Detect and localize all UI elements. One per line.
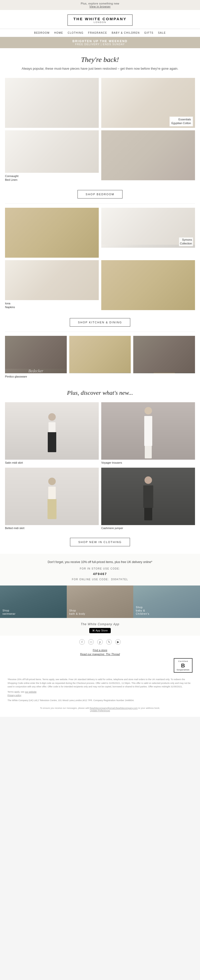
logo-title: THE WHITE COMPANY xyxy=(73,17,126,21)
bcorp-b-letter: B xyxy=(177,662,189,669)
glassware-img-col-1: Bedecker xyxy=(5,336,67,373)
app-title: The White Company App xyxy=(5,622,195,626)
magazine-link[interactable]: Read our magazine: The Thread xyxy=(5,653,195,655)
unsub-email[interactable]: thewhitecompany@email.thewhitecompany.co… xyxy=(90,707,138,710)
update-prefs-link[interactable]: Update Preferences xyxy=(90,710,110,712)
kitchen-img-2: Symons Collection xyxy=(101,208,195,248)
nav-item-clothing[interactable]: CLOTHING xyxy=(68,32,84,34)
kitchen-row-2: Iona Napkins xyxy=(5,260,195,310)
loyalty-text: Don't forget, you receive 10% off full-p… xyxy=(15,560,185,565)
clothing-img-4 xyxy=(101,468,195,525)
app-store-button[interactable]: ⌘ App Store xyxy=(89,628,111,633)
nav-item-home[interactable]: HOME xyxy=(54,32,63,34)
twitter-icon[interactable]: 𝕏 xyxy=(106,639,112,645)
bedroom-img-col-1 xyxy=(5,78,99,128)
bedroom-img-3-caption: Connaught Bed Linen xyxy=(5,174,99,182)
loyalty-section: Don't forget, you receive 10% off full-p… xyxy=(0,554,200,586)
social-row: f □ p 𝕏 ▶ xyxy=(0,636,200,646)
bcorp-certified-label: Certified xyxy=(177,660,189,662)
glassware-caption-row: Pimlico glassware xyxy=(5,375,195,379)
kitchen-image-grid: Symons Collection Iona Napkins xyxy=(0,204,200,314)
kitchen-img-3 xyxy=(5,260,99,300)
logo-box: THE WHITE COMPANY LONDON xyxy=(67,14,132,26)
glassware-caption: Pimlico glassware xyxy=(5,375,195,379)
kitchen-img-col-3: Iona Napkins xyxy=(5,260,99,309)
bedroom-img-1 xyxy=(5,78,99,128)
shop-clothing-button[interactable]: SHOP NEW IN CLOTHING xyxy=(70,538,130,546)
discover-heading: Plus, discover what's new... xyxy=(15,390,185,396)
glassware-img-col-2 xyxy=(69,336,131,373)
clothing-grid: Satin midi skirt Voyager trousers xyxy=(0,400,200,534)
loyalty-online-label: FOR ONLINE USE CODE: D9947H7EL xyxy=(15,578,185,582)
shop-kitchen-cta-wrap: SHOP KITCHEN & DINING xyxy=(0,314,200,332)
cat-promo-swimwear-sublabel: swimwear xyxy=(3,612,16,616)
bedroom-img-2-caption: Essentials Egyptian Cotton xyxy=(170,116,193,126)
shop-clothing-cta-wrap: SHOP NEW IN CLOTHING xyxy=(0,534,200,551)
facebook-icon[interactable]: f xyxy=(79,639,85,645)
kitchen-img-2-caption: Symons Collection xyxy=(179,237,193,246)
kitchen-img-col-2: Symons Collection xyxy=(101,208,195,248)
bedroom-img-col-3: Connaught Bed Linen xyxy=(5,130,99,182)
shop-bedroom-button[interactable]: SHOP BEDROOM xyxy=(77,190,123,199)
email-container: Plus, explore something new View in brow… xyxy=(0,0,200,717)
logo-subtitle: LONDON xyxy=(73,21,126,24)
magazine-name-link: The Thread xyxy=(106,653,120,655)
hero-heading: They're back! xyxy=(15,56,185,64)
unsub-text: to your address book. xyxy=(138,707,160,710)
terms-link[interactable]: our website xyxy=(25,690,37,693)
bedroom-img-3 xyxy=(5,130,99,173)
kitchen-img-1 xyxy=(5,208,99,258)
bedroom-row-1: Essentials Egyptian Cotton xyxy=(5,78,195,128)
legal-asterisk-text: *Receive 20% off full-priced items. Term… xyxy=(8,678,190,688)
glassware-grid: Bedecker Pimlico glassw xyxy=(0,332,200,382)
loyalty-online-code: D9947H7EL xyxy=(111,578,128,581)
nav-item-sale[interactable]: SALE xyxy=(158,32,166,34)
company-info: The White Company (UK) Ltd,2 Television … xyxy=(8,698,192,702)
cat-promo-baby[interactable]: Shop baby & Children's xyxy=(133,585,200,618)
clothing-item-2: Voyager trousers xyxy=(101,402,195,465)
cat-promo-swimwear-label: Shop xyxy=(3,609,16,612)
promo-banner: BRIGHTEN UP THE WEEKEND FREE DELIVERY | … xyxy=(0,37,200,48)
clothing-caption-4: Cashmere jumper xyxy=(101,526,195,530)
kitchen-img-4 xyxy=(101,260,195,310)
bcorp-row: Certified B Corporation xyxy=(0,658,200,675)
cat-promo-baby-sublabel: baby & Children's xyxy=(136,609,149,616)
app-section: The White Company App ⌘ App Store xyxy=(0,618,200,636)
nav-item-gifts[interactable]: GIFTS xyxy=(144,32,154,34)
nav-item-baby[interactable]: BABY & CHILDREN xyxy=(112,32,140,34)
unsubscribe-row: To ensure you receive our messages, plea… xyxy=(0,705,200,717)
bedroom-img-4 xyxy=(101,130,195,180)
privacy-link[interactable]: Privacy policy xyxy=(8,694,21,697)
clothing-img-1 xyxy=(5,402,99,460)
view-in-browser-link[interactable]: View in browser xyxy=(90,5,111,8)
bcorp-badge: Certified B Corporation xyxy=(174,658,192,673)
kitchen-row-1: Symons Collection xyxy=(5,208,195,258)
bedroom-img-col-2: Essentials Egyptian Cotton xyxy=(101,78,195,128)
find-store-link[interactable]: Find a store xyxy=(5,649,195,652)
shop-kitchen-button[interactable]: SHOP KITCHEN & DINING xyxy=(70,318,130,326)
clothing-row-1: Satin midi skirt Voyager trousers xyxy=(5,402,195,465)
youtube-icon[interactable]: ▶ xyxy=(115,639,121,645)
glassware-img-2 xyxy=(69,336,131,373)
cat-promo-bath[interactable]: Shop bath & body xyxy=(67,585,133,618)
cat-promo-bath-label: Shop xyxy=(69,609,85,612)
glassware-row: Bedecker xyxy=(5,336,195,373)
hero-section: They're back! Always popular, these must… xyxy=(0,48,200,74)
clothing-caption-2: Voyager trousers xyxy=(101,461,195,465)
clothing-row-2: Belted midi skirt Cashmere jumper xyxy=(5,468,195,530)
nav-item-bedroom[interactable]: BEDROOM xyxy=(34,32,50,34)
clothing-item-4: Cashmere jumper xyxy=(101,468,195,530)
legal-text: *Receive 20% off full-priced items. Term… xyxy=(0,675,200,705)
loyalty-store-code: 4F9467 xyxy=(15,571,185,577)
glassware-img-1: Bedecker xyxy=(5,336,67,373)
pinterest-icon[interactable]: p xyxy=(97,639,103,645)
instagram-icon[interactable]: □ xyxy=(88,639,94,645)
loyalty-store-label: FOR IN STORE USE CODE: 4F9467 xyxy=(15,566,185,576)
shop-bedroom-cta-wrap: SHOP BEDROOM xyxy=(0,186,200,204)
cat-promo-swimwear[interactable]: Shop swimwear xyxy=(0,585,67,618)
clothing-item-3: Belted midi skirt xyxy=(5,468,99,530)
footer-links: Find a store Read our magazine: The Thre… xyxy=(0,646,200,658)
clothing-img-2 xyxy=(101,402,195,460)
promo-line2: FREE DELIVERY | ENDS SUNDAY xyxy=(5,43,195,46)
nav-item-fragrance[interactable]: FRAGRANCE xyxy=(88,32,107,34)
